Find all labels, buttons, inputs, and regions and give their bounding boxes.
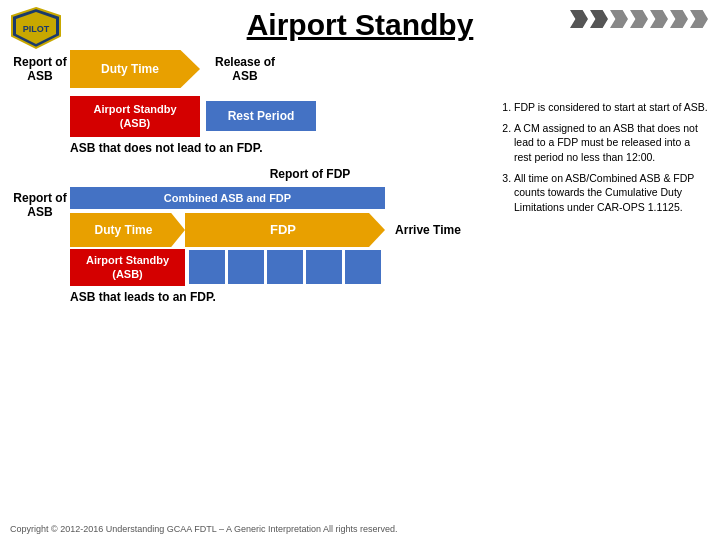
fdp-arrow: FDP	[185, 213, 385, 247]
diagram-bottom: Report of ASB Combined ASB and FDP Duty …	[10, 187, 490, 286]
bottom-right-content: Combined ASB and FDP Duty Time FDP Arriv…	[70, 187, 490, 286]
diagram-top: Report of ASB Duty Time Release of ASB	[10, 50, 490, 88]
asb-top-box: Airport Standby (ASB)	[70, 96, 200, 137]
rest-period-box: Rest Period	[206, 101, 316, 131]
duty-time-box-top: Duty Time	[70, 50, 200, 88]
blue-block-1	[189, 250, 225, 284]
report-asb-label-bottom: Report of ASB	[10, 191, 70, 220]
chev-3	[610, 10, 628, 28]
asb-bottom-row: Airport Standby (ASB)	[70, 249, 490, 286]
blue-block-4	[306, 250, 342, 284]
chev-7	[690, 10, 708, 28]
report-fdp-label: Report of FDP	[130, 167, 490, 181]
logo: PILOT	[10, 6, 62, 50]
combined-asb-fdp-bar: Combined ASB and FDP	[70, 187, 385, 209]
report-asb-label-top: Report of ASB	[10, 55, 70, 84]
asb-fdp-label: ASB that leads to an FDP.	[70, 290, 490, 304]
left-section: Report of ASB Duty Time Release of ASB A…	[10, 50, 490, 304]
asb-bottom-box: Airport Standby (ASB)	[70, 249, 185, 286]
duty-time-box-bottom: Duty Time	[70, 213, 185, 247]
chev-1	[570, 10, 588, 28]
chev-6	[670, 10, 688, 28]
chev-2	[590, 10, 608, 28]
asb-top-row: Airport Standby (ASB) Rest Period	[70, 96, 490, 137]
asb-no-fdp-label: ASB that does not lead to an FDP.	[70, 141, 490, 155]
release-asb-label: Release of ASB	[210, 55, 280, 84]
blue-block-3	[267, 250, 303, 284]
note-3: All time on ASB/Combined ASB & FDP count…	[514, 171, 710, 215]
arrive-time-label: Arrive Time	[393, 223, 463, 237]
blue-block-2	[228, 250, 264, 284]
notes-list: FDP is considered to start at start of A…	[500, 100, 710, 215]
main-content: Report of ASB Duty Time Release of ASB A…	[0, 46, 720, 306]
copyright: Copyright © 2012-2016 Understanding GCAA…	[10, 524, 398, 534]
svg-text:PILOT: PILOT	[23, 24, 50, 34]
chevrons-decoration	[570, 10, 708, 28]
fdp-row: Duty Time FDP Arrive Time	[70, 213, 490, 247]
chev-4	[630, 10, 648, 28]
page-title: Airport Standby	[247, 8, 474, 42]
blue-blocks	[189, 250, 381, 284]
note-1: FDP is considered to start at start of A…	[514, 100, 710, 115]
right-section: FDP is considered to start at start of A…	[500, 50, 710, 304]
duty-time-arrow-top: Duty Time	[70, 50, 200, 88]
chev-5	[650, 10, 668, 28]
note-2: A CM assigned to an ASB that does not le…	[514, 121, 710, 165]
blue-block-5	[345, 250, 381, 284]
header: PILOT Airport Standby	[0, 0, 720, 46]
